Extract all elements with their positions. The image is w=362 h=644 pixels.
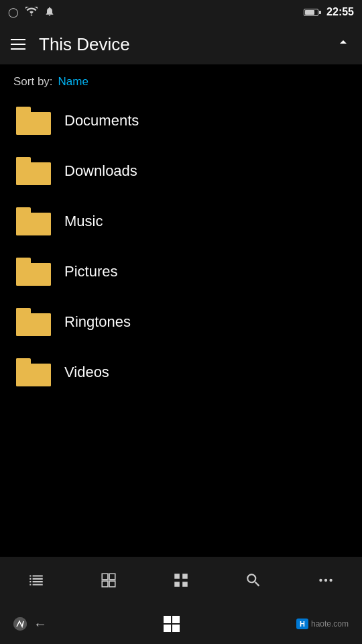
folder-name: Documents (64, 112, 139, 129)
watermark: H haote.com (296, 619, 349, 629)
bottom-toolbar (0, 557, 362, 604)
search-button[interactable] (237, 564, 270, 597)
folder-name: Videos (64, 364, 109, 381)
more-options-button[interactable] (309, 564, 343, 597)
folder-name: Ringtones (64, 313, 131, 331)
folder-icon-wrapper (13, 203, 54, 239)
svg-point-0 (319, 579, 322, 582)
status-icons-left: ◯ (8, 6, 55, 19)
folder-icon (16, 308, 51, 336)
sort-bar: Sort by: Name (0, 64, 362, 95)
account-icon: ◯ (8, 7, 19, 17)
status-bar: ◯ 22:55 (0, 0, 362, 24)
folder-icon-wrapper (13, 354, 54, 390)
folder-icon (16, 107, 51, 135)
back-button[interactable]: ← (34, 616, 47, 632)
nav-right: H haote.com (296, 619, 349, 629)
nav-bar: ← H haote.com (0, 604, 362, 644)
folder-icon (16, 207, 51, 235)
folder-name: Pictures (64, 263, 117, 280)
folder-name: Music (64, 213, 103, 230)
folder-icon (16, 358, 51, 386)
file-list: Documents Downloads Music (0, 95, 362, 397)
details-view-button[interactable] (92, 564, 125, 597)
svg-point-2 (329, 579, 332, 582)
status-icons-right: 22:55 (304, 6, 354, 18)
notification-icon (44, 6, 55, 19)
windows-home-button[interactable] (164, 616, 180, 632)
folder-icon (16, 157, 51, 185)
list-item[interactable]: Music (0, 196, 362, 246)
list-item[interactable]: Ringtones (0, 297, 362, 347)
hamburger-menu-button[interactable] (11, 39, 25, 50)
list-item[interactable]: Documents (0, 95, 362, 146)
list-view-button[interactable] (19, 564, 53, 597)
sort-value[interactable]: Name (58, 75, 88, 89)
header-left: This Device (11, 34, 130, 55)
page-title: This Device (39, 34, 130, 55)
folder-name: Downloads (64, 162, 137, 180)
nav-left: ← (13, 616, 47, 632)
time-display: 22:55 (326, 6, 354, 18)
svg-point-1 (324, 579, 327, 582)
battery-icon (304, 9, 321, 16)
navigate-up-button[interactable] (335, 34, 351, 54)
folder-icon-wrapper (13, 152, 54, 189)
haote-badge: H (296, 619, 308, 629)
list-item[interactable]: Downloads (0, 146, 362, 196)
folder-icon-wrapper (13, 253, 54, 290)
header: This Device (0, 24, 362, 64)
grid-view-button[interactable] (164, 564, 198, 597)
folder-icon (16, 258, 51, 286)
svg-point-3 (13, 617, 27, 631)
list-item[interactable]: Pictures (0, 246, 362, 297)
folder-icon-wrapper (13, 303, 54, 340)
wifi-icon (25, 7, 38, 18)
folder-icon-wrapper (13, 102, 54, 139)
sort-label: Sort by: (13, 75, 53, 89)
neowin-logo (13, 617, 27, 631)
watermark-text: haote.com (311, 619, 349, 629)
list-item[interactable]: Videos (0, 347, 362, 397)
